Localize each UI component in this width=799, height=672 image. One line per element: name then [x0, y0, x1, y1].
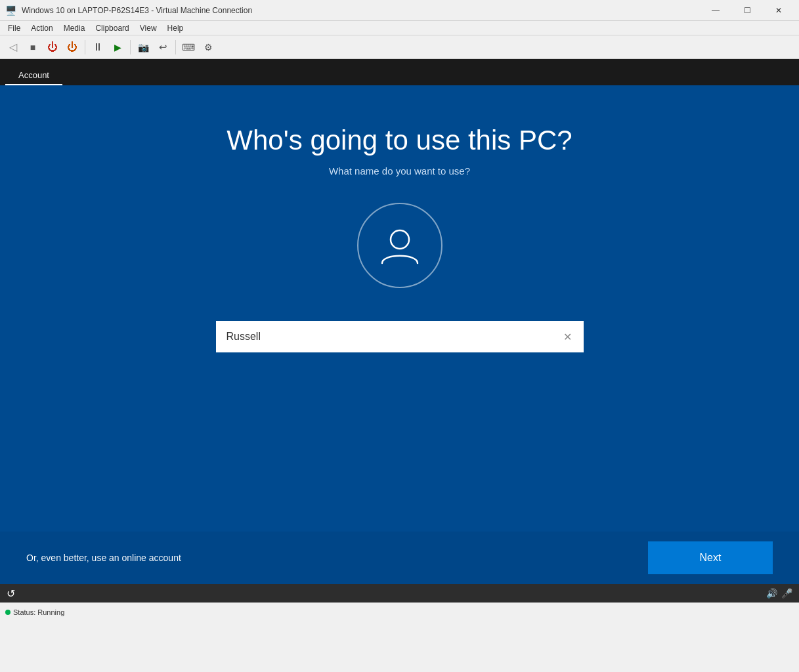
speaker-icon: 🔊	[766, 588, 777, 598]
next-button[interactable]: Next	[648, 541, 773, 574]
snapshot-btn[interactable]: 📷	[134, 38, 152, 56]
pause-btn[interactable]: ⏸	[89, 38, 107, 56]
menu-media[interactable]: Media	[58, 22, 91, 34]
close-button[interactable]: ✕	[764, 0, 794, 21]
menubar: File Action Media Clipboard View Help	[0, 21, 799, 35]
avatar-icon	[377, 222, 423, 268]
menu-action[interactable]: Action	[26, 22, 58, 34]
vm-tray: 🔊 🎤	[766, 588, 792, 598]
vm-statusbar: ↺ 🔊 🎤	[0, 584, 799, 602]
menu-view[interactable]: View	[135, 22, 162, 34]
clear-input-button[interactable]: ✕	[560, 329, 576, 345]
settings-btn[interactable]: ⚙	[199, 38, 217, 56]
stop-toolbar-btn[interactable]: ■	[24, 38, 42, 56]
restore-button[interactable]: ☐	[732, 0, 762, 21]
status-text: Status: Running	[13, 608, 64, 616]
username-input[interactable]	[216, 321, 584, 352]
bottom-action-bar: Or, even better, use an online account N…	[0, 532, 799, 584]
setup-subtitle: What name do you want to use?	[329, 165, 470, 177]
status-bar: Status: Running	[0, 602, 799, 621]
toolbar-separator-3	[175, 40, 176, 54]
power-red-btn[interactable]: ⏻	[43, 38, 62, 56]
titlebar-controls: — ☐ ✕	[701, 0, 794, 21]
microphone-icon: 🎤	[781, 588, 792, 598]
tab-account[interactable]: Account	[5, 66, 62, 85]
minimize-button[interactable]: —	[701, 0, 731, 21]
ctrlaltdel-btn[interactable]: ⌨	[179, 38, 198, 56]
revert-btn[interactable]: ↩	[154, 38, 172, 56]
window-title: Windows 10 on LAPTOP-P62S14E3 - Virtual …	[22, 6, 695, 15]
power-orange-btn[interactable]: ⏻	[63, 38, 81, 56]
setup-title: Who's going to use this PC?	[227, 125, 572, 156]
menu-clipboard[interactable]: Clipboard	[90, 22, 134, 34]
menu-file[interactable]: File	[3, 22, 26, 34]
titlebar: 🖥️ Windows 10 on LAPTOP-P62S14E3 - Virtu…	[0, 0, 799, 21]
name-input-container: ✕	[216, 321, 584, 352]
status-dot	[5, 610, 11, 615]
menu-help[interactable]: Help	[162, 22, 189, 34]
play-btn[interactable]: ▶	[108, 38, 127, 56]
back-toolbar-btn[interactable]: ◁	[4, 38, 22, 56]
status-indicator: Status: Running	[5, 608, 64, 616]
statusbar-icon: ↺	[7, 587, 15, 600]
toolbar: ◁ ■ ⏻ ⏻ ⏸ ▶ 📷 ↩ ⌨ ⚙	[0, 35, 799, 59]
toolbar-separator-2	[130, 40, 131, 54]
svg-point-0	[391, 230, 409, 249]
vm-setup-screen: Who's going to use this PC? What name do…	[0, 85, 799, 584]
user-avatar	[357, 203, 443, 288]
online-account-link[interactable]: Or, even better, use an online account	[26, 553, 181, 563]
window-icon: 🖥️	[5, 5, 16, 16]
toolbar-separator-1	[85, 40, 85, 54]
vm-tabbar: Account	[0, 59, 799, 85]
